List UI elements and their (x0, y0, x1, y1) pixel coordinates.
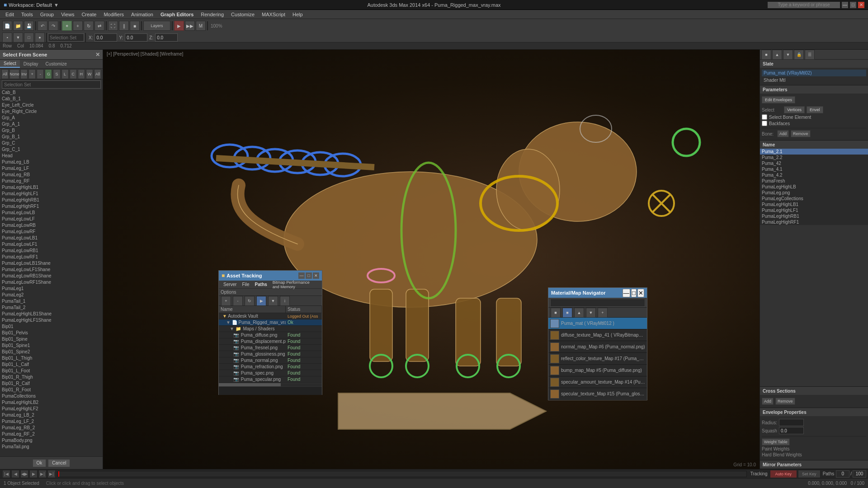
at-table-row[interactable]: 📷 Puma_fresnel.pngFound (219, 345, 322, 351)
sfs-list-item[interactable]: Bip01_Spine (0, 336, 103, 343)
sfs-list-item[interactable]: PumaLeg_RB (0, 172, 103, 178)
mn-title-bar[interactable]: Material/Map Navigator — □ ✕ (548, 288, 647, 298)
puma-mat-item[interactable]: Puma_mat (VRayMtl02) (762, 70, 866, 76)
sfs-list-item[interactable]: Grp_C (0, 140, 103, 146)
sfs-list-item[interactable]: Bip01 (0, 324, 103, 330)
sfs-list-item[interactable]: PumaLegLowRB1Shane (0, 273, 103, 279)
toolbar-rotate[interactable]: ↻ (84, 21, 94, 31)
sfs-list-item[interactable]: PumaLegHighLB1 (0, 184, 103, 191)
params-section-title[interactable]: Parameters (760, 85, 868, 94)
anim-play[interactable]: ▶ (29, 470, 38, 478)
rt-tb2[interactable]: ▲ (772, 50, 782, 60)
toolbar-material[interactable]: M (196, 21, 206, 31)
vertices-btn[interactable]: Vertices (784, 106, 805, 113)
sfs-cancel-btn[interactable]: Cancel (48, 459, 70, 467)
remove-btn[interactable]: Remove (791, 130, 811, 137)
menu-rendering[interactable]: Rendering (197, 11, 227, 18)
tab-select[interactable]: Select (0, 60, 20, 68)
at-options-label[interactable]: Options (221, 290, 236, 295)
sfs-list-item[interactable]: PumaLegHighLF1 (0, 191, 103, 197)
edit-envelopes-btn[interactable]: Edit Envelopes (762, 96, 795, 103)
menu-tools[interactable]: Tools (18, 11, 37, 18)
sfs-list-item[interactable]: PumaLegLowLF (0, 216, 103, 222)
sfs-list-item[interactable]: Grp_A_1 (0, 121, 103, 127)
mn-list-item[interactable]: diffuse_texture_Map_41 ( VRayBitmapTex ) (548, 329, 647, 341)
mat-list-item[interactable]: PumaLegCollections (760, 196, 868, 202)
mn-tb5[interactable]: + (598, 308, 608, 318)
at-menu-file[interactable]: File (239, 282, 252, 287)
at-table-row[interactable]: 📷 Puma_specular.pngFound (219, 376, 322, 383)
mn-list-item[interactable]: specular_texture_Map #15 (Puma_glossines… (548, 388, 647, 400)
sfs-list-item[interactable]: PumaLegHighLF2 (0, 406, 103, 412)
close-btn[interactable]: ✕ (858, 2, 864, 8)
mat-list-item[interactable]: Puma_4.1 (760, 166, 868, 172)
sfs-list-item[interactable]: PumaLeg_LB_2 (0, 412, 103, 418)
sfs-list-item[interactable]: PumaLegLowLB1 (0, 235, 103, 241)
menu-maxscript[interactable]: MAXScript (258, 11, 289, 18)
sfs-list-item[interactable]: PumaLeg_RF_2 (0, 431, 103, 437)
at-remove-btn[interactable]: - (233, 296, 243, 306)
sfs-list-item[interactable]: Bip01_R_Thigh (0, 374, 103, 380)
at-info-btn[interactable]: i (280, 296, 290, 306)
weight-table-btn[interactable]: Weight Table (762, 438, 790, 446)
sfs-list-item[interactable]: PumaLegLowRF (0, 229, 103, 235)
at-close-btn[interactable]: ✕ (313, 272, 319, 279)
sfs-list-item[interactable]: Bip01_Pelvis (0, 330, 103, 336)
selection-set-input[interactable] (48, 33, 84, 42)
at-table-row[interactable]: 📷 Puma_spec.pngFound (219, 370, 322, 376)
radius-input[interactable]: 0.5024 (779, 419, 804, 426)
at-table-row[interactable]: 📷 Puma_normal.pngFound (219, 357, 322, 364)
mn-search-input[interactable]: Puma_mat (VRayMtl012) (550, 299, 645, 307)
search-box[interactable]: Type a keyword or phrase (768, 2, 840, 8)
tab-customize[interactable]: Customize (42, 61, 71, 67)
sfs-filter-helper[interactable]: H (78, 69, 85, 79)
minimize-btn[interactable]: — (842, 2, 848, 8)
coord-z[interactable] (155, 33, 178, 42)
menu-group[interactable]: Group (37, 11, 58, 18)
maximize-btn[interactable]: □ (850, 2, 856, 8)
at-collapse-btn[interactable]: ▼ (268, 296, 278, 306)
toolbar-mirror[interactable]: ∥ (119, 21, 129, 31)
mat-list-item[interactable]: Puma_4.2 (760, 172, 868, 178)
sfs-list-item[interactable]: PumaLeg_LB (0, 159, 103, 165)
sfs-list-item[interactable]: Bip01_Spine2 (0, 349, 103, 355)
menu-edit[interactable]: Edit (2, 11, 18, 18)
slate-title[interactable]: Slate (760, 60, 868, 68)
at-minimize-btn[interactable]: — (298, 272, 305, 279)
mn-tb3[interactable]: ▲ (574, 308, 584, 318)
toolbar-region[interactable]: □ (24, 33, 34, 42)
toolbar-align[interactable]: ■ (130, 21, 140, 31)
sfs-list-item[interactable]: Grp_C_1 (0, 146, 103, 153)
anim-play-back[interactable]: ◀▶ (20, 470, 28, 478)
mn-tb4[interactable]: ▼ (586, 308, 596, 318)
sfs-list-item[interactable]: PumaCollections (0, 393, 103, 399)
mat-list-item[interactable]: PumaLegHighRF1 (760, 219, 868, 225)
menu-animation[interactable]: Animation (127, 11, 157, 18)
sfs-search-input[interactable] (2, 80, 101, 89)
mn-tb2[interactable]: ■ (562, 308, 572, 318)
sfs-list-item[interactable]: Grp_B (0, 127, 103, 134)
toolbar-render2[interactable]: ▶▶ (185, 21, 195, 31)
backfaces-checkbox[interactable] (762, 121, 767, 126)
sfs-list-item[interactable]: Bip01_Spine1 (0, 343, 103, 349)
sfs-list-item[interactable]: PumaLegHighRB1 (0, 197, 103, 203)
sfs-filter-shape[interactable]: S (53, 69, 60, 79)
sfs-list-item[interactable]: PumaLegLowLF1 (0, 241, 103, 248)
at-menu-server[interactable]: Server (221, 282, 239, 287)
mat-list-item[interactable]: Puma_2.2 (760, 155, 868, 160)
sfs-list-item[interactable]: PumaLegLowRB (0, 222, 103, 229)
set-key-btn[interactable]: Set Key (798, 470, 821, 478)
sfs-filter-all[interactable]: All (94, 69, 101, 79)
envel-btn[interactable]: Envel (807, 106, 823, 113)
mn-list-item[interactable]: bump_map_Map #5 (Puma_diffuse.png) (548, 365, 647, 376)
cross-title[interactable]: Cross Sections (760, 387, 868, 395)
mat-list-item[interactable]: PumaLegHighLB1 (760, 202, 868, 207)
menu-create[interactable]: Create (78, 11, 100, 18)
sfs-list-item[interactable]: PumaLegLowRB1 (0, 248, 103, 254)
at-table-row[interactable]: 📷 Puma_glossiness.pngFound (219, 351, 322, 357)
cross-remove-btn[interactable]: Remove (775, 398, 795, 405)
sfs-collapse-btn[interactable]: - (37, 69, 44, 79)
toolbar-new[interactable]: 📄 (2, 21, 12, 31)
mn-list-item[interactable]: specular_amount_texture_Map #14 (Puma_sp… (548, 376, 647, 388)
sfs-list-item[interactable]: PumaLegHighLB1Shane (0, 311, 103, 317)
